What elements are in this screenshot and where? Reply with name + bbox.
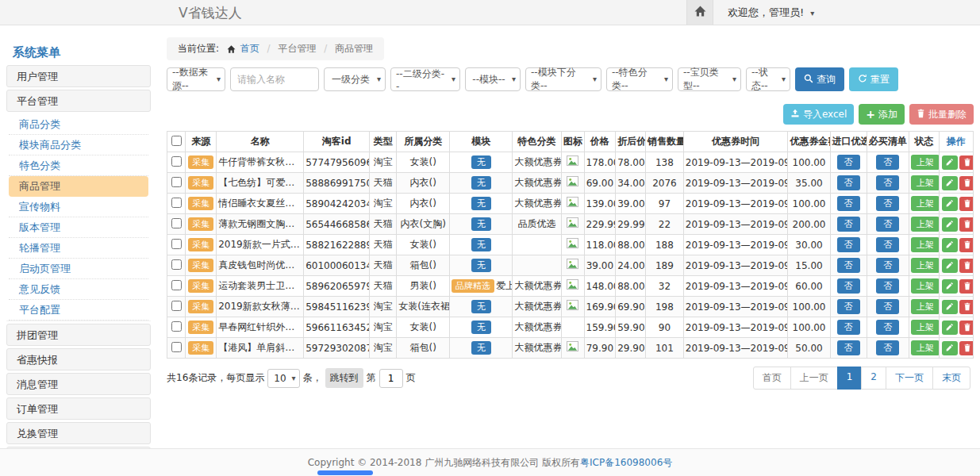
delete-button[interactable]	[959, 217, 974, 232]
reset-button[interactable]: 重置	[849, 67, 898, 91]
delete-button[interactable]	[959, 259, 974, 273]
must-buy-toggle[interactable]: 否	[876, 258, 899, 273]
must-buy-toggle[interactable]: 否	[876, 196, 899, 211]
sidebar-group-item[interactable]: 消息管理	[6, 373, 151, 395]
import-excel-button[interactable]: 导入excel	[783, 104, 854, 125]
module-badge[interactable]: 无	[471, 238, 491, 251]
status-button[interactable]: 上架	[911, 175, 939, 190]
must-buy-toggle[interactable]: 否	[876, 237, 899, 252]
row-checkbox[interactable]	[171, 342, 182, 352]
edit-button[interactable]	[942, 341, 958, 355]
select-all-checkbox[interactable]	[171, 136, 182, 146]
edit-button[interactable]	[942, 197, 958, 211]
batch-delete-button[interactable]: 批量删除	[909, 104, 974, 125]
status-button[interactable]: 上架	[911, 340, 939, 355]
module-select[interactable]: --模块--▾	[465, 67, 521, 91]
breadcrumb-home-link[interactable]: 首页	[240, 43, 259, 54]
delete-button[interactable]	[959, 155, 974, 170]
level2-category-select[interactable]: --二级分类--▾	[390, 67, 460, 91]
page-button[interactable]: 下一页	[886, 367, 933, 390]
status-button[interactable]: 上架	[911, 258, 939, 273]
page-button[interactable]: 首页	[753, 367, 791, 390]
module-badge[interactable]: 无	[471, 300, 491, 313]
jump-button[interactable]: 跳转到	[325, 368, 363, 388]
add-button[interactable]: + 添加	[859, 104, 905, 125]
special-category-select[interactable]: --特色分类--▾	[606, 67, 673, 91]
row-checkbox[interactable]	[171, 301, 182, 311]
status-button[interactable]: 上架	[911, 278, 939, 294]
row-checkbox[interactable]	[171, 239, 182, 249]
sidebar-sub-item[interactable]: 商品分类	[9, 114, 148, 135]
sidebar-sub-item[interactable]: 平台配置	[9, 300, 148, 321]
data-source-select[interactable]: --数据来源--▾	[167, 67, 225, 91]
sidebar-group-item[interactable]: 平台管理	[6, 90, 151, 112]
module-badge[interactable]: 无	[471, 155, 491, 169]
must-buy-toggle[interactable]: 否	[876, 320, 899, 335]
sidebar-sub-item[interactable]: 意见反馈	[9, 279, 148, 300]
import-select-toggle[interactable]: 否	[837, 299, 860, 314]
edit-button[interactable]	[942, 321, 958, 335]
import-select-toggle[interactable]: 否	[837, 278, 860, 294]
sidebar-group-item[interactable]: 拼团管理	[6, 324, 151, 346]
row-checkbox[interactable]	[171, 156, 182, 167]
import-select-toggle[interactable]: 否	[837, 320, 860, 335]
must-buy-toggle[interactable]: 否	[876, 278, 899, 294]
sidebar-group-item[interactable]: 订单管理	[6, 397, 151, 420]
delete-button[interactable]	[959, 197, 974, 211]
sidebar-sub-item[interactable]: 宣传物料	[9, 197, 148, 217]
name-input[interactable]	[230, 67, 319, 91]
import-select-toggle[interactable]: 否	[837, 340, 860, 355]
sidebar-sub-item[interactable]: 特色分类	[9, 155, 148, 176]
row-checkbox[interactable]	[171, 198, 182, 208]
sidebar-sub-item[interactable]: 模块商品分类	[9, 135, 148, 155]
must-buy-toggle[interactable]: 否	[876, 340, 899, 355]
sidebar-sub-item[interactable]: 启动页管理	[9, 259, 148, 279]
must-buy-toggle[interactable]: 否	[876, 155, 899, 170]
module-sub-category-select[interactable]: --模块下分类--▾	[525, 67, 601, 91]
status-button[interactable]: 上架	[911, 217, 939, 232]
sidebar-group-item[interactable]: 省惠快报	[6, 348, 151, 370]
delete-button[interactable]	[959, 300, 974, 314]
page-size-select[interactable]: 10 ▾	[267, 369, 299, 388]
delete-button[interactable]	[959, 321, 974, 335]
must-buy-toggle[interactable]: 否	[876, 217, 899, 232]
sidebar-sub-item[interactable]: 轮播管理	[9, 238, 148, 259]
module-badge[interactable]: 品牌精选	[452, 279, 494, 293]
status-button[interactable]: 上架	[911, 237, 939, 252]
sidebar-group-item[interactable]: 用户管理	[6, 65, 151, 87]
user-menu[interactable]: 欢迎您，管理员! ▾	[728, 6, 814, 20]
horizontal-scrollbar-thumb[interactable]	[317, 470, 373, 475]
edit-button[interactable]	[942, 279, 958, 294]
status-button[interactable]: 上架	[911, 196, 939, 211]
row-checkbox[interactable]	[171, 218, 182, 228]
edit-button[interactable]	[942, 155, 958, 170]
edit-button[interactable]	[942, 176, 958, 190]
page-button[interactable]: 2	[861, 367, 886, 390]
page-button[interactable]: 末页	[932, 367, 970, 390]
row-checkbox[interactable]	[171, 280, 182, 290]
status-button[interactable]: 上架	[911, 320, 939, 335]
search-button[interactable]: 查询	[795, 67, 844, 91]
import-select-toggle[interactable]: 否	[837, 196, 860, 211]
icp-link[interactable]: 粤ICP备16098006号	[580, 456, 672, 470]
import-select-toggle[interactable]: 否	[837, 175, 860, 190]
sidebar-group-item[interactable]: 兑换管理	[6, 422, 151, 444]
home-button[interactable]	[686, 0, 713, 25]
edit-button[interactable]	[942, 259, 958, 273]
status-select[interactable]: --状态--▾	[746, 67, 790, 91]
delete-button[interactable]	[959, 279, 974, 294]
jump-page-input[interactable]	[379, 369, 403, 388]
import-select-toggle[interactable]: 否	[837, 217, 860, 232]
edit-button[interactable]	[942, 300, 958, 314]
edit-button[interactable]	[942, 217, 958, 232]
delete-button[interactable]	[959, 238, 974, 252]
row-checkbox[interactable]	[171, 321, 182, 332]
import-select-toggle[interactable]: 否	[837, 258, 860, 273]
sidebar-sub-item[interactable]: 商品管理	[9, 176, 148, 197]
import-select-toggle[interactable]: 否	[837, 237, 860, 252]
row-checkbox[interactable]	[171, 177, 182, 187]
module-badge[interactable]: 无	[471, 176, 491, 190]
row-checkbox[interactable]	[171, 259, 182, 270]
module-badge[interactable]: 无	[471, 341, 491, 355]
import-select-toggle[interactable]: 否	[837, 155, 860, 170]
